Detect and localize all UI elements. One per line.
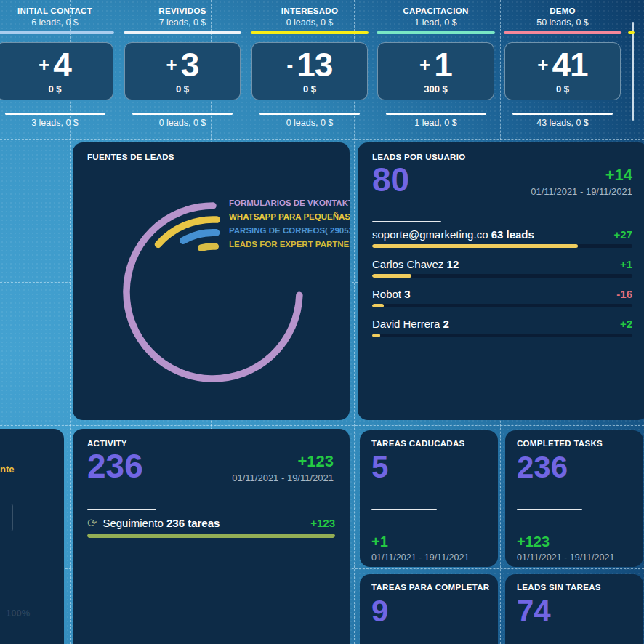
delta-number: + 4 [39, 48, 71, 81]
task-delta: +123 [310, 517, 335, 529]
delta-amount: 300 $ [424, 84, 448, 94]
column-title: CAPACITACION [377, 7, 495, 15]
column-title: INTERESADO [251, 7, 369, 15]
delta-sign: + [419, 55, 430, 74]
column-delta-card[interactable]: + 41 0 $ [504, 42, 621, 100]
stat-value: 236 [517, 452, 568, 483]
user-name[interactable]: David Herrera [372, 318, 440, 330]
donut-legend: FORMULARIOS DE VKONTAKTE ( WHATSAPP PARA… [229, 196, 350, 251]
activity-total-value: 236 [87, 449, 143, 483]
panel-leads-sin-tareas: LEADS SIN TAREAS 74 [505, 574, 643, 644]
delta-sign: + [39, 55, 49, 74]
legend-item[interactable]: PARSING DE CORREOS( 2905290 [229, 224, 350, 238]
pipeline-column-demo: DEMO 50 leads, 0 $ + 41 0 $ 43 leads, 0 … [504, 0, 621, 140]
user-name[interactable]: Robot [372, 288, 401, 300]
progress-track [372, 304, 632, 307]
legend-item[interactable]: FORMULARIOS DE VKONTAKTE ( [229, 196, 350, 210]
column-color-bar [251, 31, 369, 34]
column-title: REVIVIDOS [124, 7, 241, 15]
user-label: soporte@gmarketing.co 63 leads [372, 228, 534, 241]
column-footer: 3 leads, 0 $ [0, 118, 114, 128]
date-range: 01/11/2021 - 19/11/2021 [531, 186, 632, 197]
column-summary: 50 leads, 0 $ [504, 17, 621, 28]
column-footer: 0 leads, 0 $ [124, 118, 241, 128]
column-delta-card[interactable]: - 13 0 $ [251, 42, 368, 100]
progress-track [372, 244, 632, 248]
column-underline [132, 113, 233, 115]
total-leads-value: 80 [372, 163, 409, 196]
column-title: INITIAL CONTACT [0, 7, 114, 15]
pipeline-column-interesado: INTERESADO 0 leads, 0 $ - 13 0 $ 0 leads… [251, 0, 369, 140]
panel-leads-por-usuario: LEADS POR USUARIO 80 +14 01/11/2021 - 19… [358, 142, 644, 420]
divider [371, 509, 437, 510]
column-underline [386, 113, 486, 115]
user-delta: +1 [620, 258, 632, 270]
user-count: 3 [404, 288, 410, 300]
user-leads-list: soporte@gmarketing.co 63 leads +27 Carlo… [372, 228, 632, 347]
divider [87, 509, 156, 510]
panel-left-partial: nte 100% [0, 429, 64, 644]
user-label: Robot 3 [372, 288, 411, 300]
delta-number: + 1 [419, 48, 452, 81]
panel-activity: ACTIVITY 236 +123 01/11/2021 - 19/11/202… [73, 429, 350, 644]
delta-sign: + [537, 55, 548, 74]
column-color-bar [504, 31, 621, 34]
donut-arc-parsing-correos[interactable] [183, 233, 216, 241]
progress-fill [372, 244, 578, 248]
legend-item[interactable]: WHATSAPP PARA PEQUEÑAS EMP [229, 210, 350, 224]
panel-fuentes-de-leads: FUENTES DE LEADS FORMULARIOS DE VKONTAKT… [73, 142, 350, 420]
user-row[interactable]: soporte@gmarketing.co 63 leads +27 [372, 228, 632, 248]
date-range: 01/11/2021 - 19/11/2021 [371, 552, 469, 563]
task-count: 236 tareas [166, 517, 220, 529]
lead-sources-donut-chart[interactable] [73, 142, 350, 420]
recurring-task-icon: ⟳ [87, 518, 97, 529]
user-row[interactable]: Robot 3 -16 [372, 288, 632, 307]
column-underline [5, 113, 105, 115]
user-delta: -16 [616, 288, 632, 300]
panel-title: LEADS SIN TAREAS [517, 583, 601, 592]
legend-item[interactable]: LEADS FOR EXPERT PARTNERS [229, 238, 350, 251]
pipeline-column-capacitacion: CAPACITACION 1 lead, 0 $ + 1 300 $ 1 lea… [377, 0, 495, 140]
delta-value: 1 [434, 48, 452, 81]
column-delta-card[interactable]: + 3 0 $ [124, 42, 241, 100]
panel-title: TAREAS PARA COMPLETAR [371, 583, 489, 592]
column-delta-card[interactable]: + 4 0 $ [0, 42, 113, 100]
task-row[interactable]: ⟳ Seguimiento 236 tareas +123 [87, 517, 335, 529]
delta-badge: +123 [232, 452, 334, 471]
divider [372, 221, 441, 222]
user-name[interactable]: soporte@gmarketing.co [372, 228, 488, 241]
delta-value: 41 [552, 48, 588, 81]
user-delta: +2 [620, 318, 632, 330]
progress-track [372, 274, 632, 278]
column-color-bar [377, 31, 495, 34]
user-delta: +27 [614, 228, 632, 241]
column-footer: 43 leads, 0 $ [504, 118, 621, 128]
delta-amount: 0 $ [176, 84, 189, 94]
delta-value: 4 [53, 48, 71, 81]
delta-value: 13 [297, 48, 332, 81]
donut-arc-leads-expert-partners[interactable] [201, 246, 216, 248]
clipped-outline-box [0, 504, 13, 531]
column-underline [259, 113, 360, 115]
date-range: 01/11/2021 - 19/11/2021 [517, 552, 614, 563]
stat-value: 74 [517, 596, 551, 627]
scale-label: 100% [6, 608, 30, 619]
stat-value: 5 [371, 452, 388, 483]
grid-line-horizontal [0, 425, 644, 426]
column-footer: 1 lead, 0 $ [377, 118, 495, 128]
delta-badge: +1 [371, 534, 388, 550]
user-row[interactable]: David Herrera 2 +2 [372, 318, 632, 337]
user-label: Carlos Chavez 12 [372, 258, 459, 270]
progress-track [87, 534, 335, 538]
column-delta-card[interactable]: + 1 300 $ [377, 42, 494, 100]
stat-value: 9 [371, 596, 388, 627]
user-name[interactable]: Carlos Chavez [372, 258, 443, 270]
column-summary: 7 leads, 0 $ [124, 17, 241, 28]
user-row[interactable]: Carlos Chavez 12 +1 [372, 258, 632, 278]
next-column-divider [632, 22, 634, 121]
user-count: 12 [447, 258, 459, 270]
date-range: 01/11/2021 - 19/11/2021 [232, 472, 334, 483]
user-count: 2 [443, 318, 449, 330]
panel-title: TAREAS CADUCADAS [371, 439, 465, 448]
column-summary: 1 lead, 0 $ [377, 17, 495, 28]
